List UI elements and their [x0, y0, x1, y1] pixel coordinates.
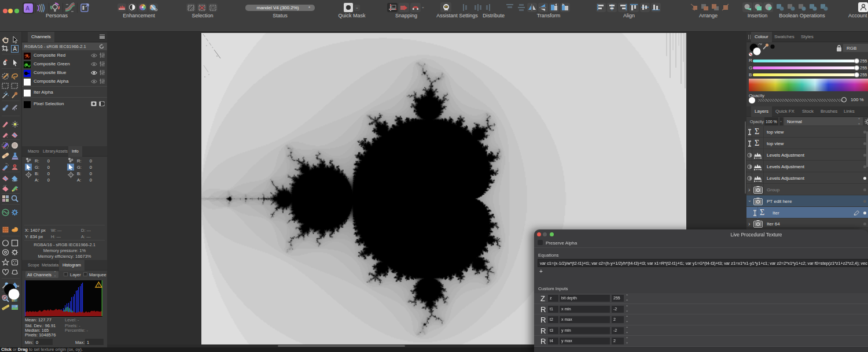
svg-text:A: A	[13, 46, 17, 52]
svg-text:!: !	[98, 283, 100, 287]
